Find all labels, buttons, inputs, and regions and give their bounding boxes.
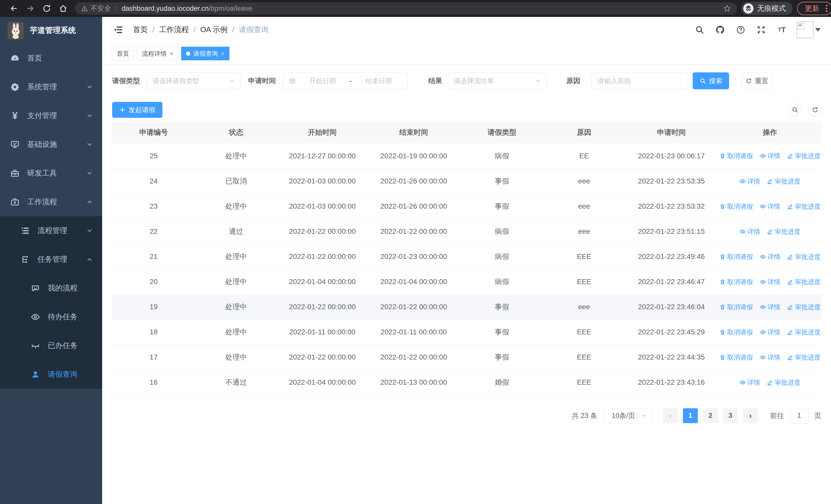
cell-apply-id: 21 — [112, 244, 195, 269]
progress-link[interactable]: 审批进度 — [767, 378, 800, 387]
refresh-table-button[interactable] — [809, 104, 821, 116]
cell-apply-time: 2022-01-22 23:53:32 — [624, 194, 719, 219]
cancel-leave-link[interactable]: 取消请假 — [719, 278, 753, 286]
breadcrumb-item[interactable]: 首页 — [133, 25, 148, 35]
cancel-leave-link[interactable]: 取消请假 — [719, 152, 753, 160]
reason-input[interactable]: 请输入原因 — [592, 72, 688, 89]
active-tab-dot — [186, 52, 190, 56]
next-page-button[interactable]: › — [743, 408, 758, 423]
detail-link[interactable]: 详情 — [760, 328, 780, 336]
avatar[interactable] — [797, 21, 813, 38]
progress-link[interactable]: 审批进度 — [787, 353, 821, 362]
cell-start-time: 2022-01-04 00:00:00 — [277, 370, 368, 395]
page-button-3[interactable]: 3 — [723, 408, 738, 423]
detail-link[interactable]: 详情 — [739, 177, 760, 185]
progress-link[interactable]: 审批进度 — [767, 227, 800, 236]
progress-link[interactable]: 审批进度 — [787, 278, 821, 286]
detail-link[interactable]: 详情 — [760, 152, 780, 160]
detail-link[interactable]: 详情 — [739, 227, 760, 236]
fullscreen-button[interactable] — [755, 24, 767, 35]
reset-button[interactable]: 重置 — [741, 72, 772, 89]
cell-end-time: 2022-01-13 00:00:00 — [368, 370, 460, 395]
page-button-1[interactable]: 1 — [683, 408, 698, 423]
browser-back-button[interactable] — [6, 2, 22, 15]
cancel-leave-link[interactable]: 取消请假 — [719, 253, 753, 261]
progress-link[interactable]: 审批进度 — [787, 303, 821, 311]
browser-update-button[interactable]: 更新 — [797, 2, 831, 15]
cell-leave-type: 事假 — [460, 194, 544, 219]
tab-home[interactable]: 首页 — [112, 47, 134, 60]
sidebar-item-process-management[interactable]: 流程管理 — [0, 216, 102, 245]
close-icon[interactable]: × — [170, 51, 173, 57]
cancel-leave-link[interactable]: 取消请假 — [719, 202, 753, 211]
sidebar-item-leave-query[interactable]: 请假查询 — [0, 360, 102, 389]
breadcrumb-item[interactable]: OA 示例 — [200, 25, 227, 35]
cell-operations: 取消请假详情审批进度 — [719, 194, 821, 219]
leave-type-select[interactable]: 请选择请假类型 — [147, 72, 240, 89]
sidebar-item-label: 我的流程 — [48, 283, 93, 293]
security-warning[interactable]: 不安全 — [81, 4, 111, 13]
sidebar-item-task-management[interactable]: 任务管理 — [0, 245, 102, 274]
progress-link[interactable]: 审批进度 — [787, 202, 821, 211]
trash-icon — [719, 254, 726, 260]
goto-page-input[interactable]: 1 — [789, 408, 809, 423]
tab-process-detail[interactable]: 流程详情 × — [137, 47, 178, 60]
sidebar-item-workflow[interactable]: 工作流程 — [0, 187, 102, 216]
goto-suffix: 页 — [814, 411, 821, 420]
progress-link[interactable]: 审批进度 — [767, 177, 800, 185]
progress-link[interactable]: 审批进度 — [787, 328, 821, 336]
trash-icon — [719, 279, 726, 285]
detail-link[interactable]: 详情 — [760, 202, 780, 211]
sidebar-item-todo-tasks[interactable]: 待办任务 — [0, 302, 102, 331]
detail-link[interactable]: 详情 — [760, 253, 780, 261]
result-label: 结果 — [428, 76, 442, 85]
progress-link[interactable]: 审批进度 — [787, 152, 821, 160]
cancel-leave-link[interactable]: 取消请假 — [719, 303, 753, 311]
help-button[interactable] — [735, 24, 746, 35]
sidebar-collapse-button[interactable] — [112, 24, 124, 35]
pagination-total: 共 23 条 — [572, 411, 597, 420]
browser-home-button[interactable] — [55, 2, 71, 15]
result-select[interactable]: 请选择流结果 — [448, 72, 547, 89]
detail-link[interactable]: 详情 — [739, 378, 760, 387]
user-avatar-wrap[interactable] — [797, 21, 821, 38]
breadcrumb-item[interactable]: 工作流程 — [159, 25, 189, 35]
sidebar-item-home[interactable]: 首页 — [0, 44, 102, 72]
sidebar-item-infrastructure[interactable]: 基础设施 — [0, 130, 102, 159]
detail-link[interactable]: 详情 — [760, 303, 780, 311]
app-logo-row[interactable]: 芋道管理系统 — [0, 17, 102, 44]
close-icon[interactable]: × — [221, 51, 225, 57]
progress-link[interactable]: 审批进度 — [787, 253, 821, 261]
back-arrow-icon — [9, 4, 18, 13]
page-button-2[interactable]: 2 — [703, 408, 718, 423]
cell-start-time: 2022-01-22 00:00:00 — [277, 294, 368, 320]
table-row: 24已取消2022-01-03 00:00:002022-01-26 00:00… — [112, 169, 821, 194]
sidebar-item-devtools[interactable]: 研发工具 — [0, 159, 102, 187]
github-link[interactable] — [715, 24, 726, 35]
browser-forward-button[interactable] — [22, 2, 38, 15]
chevron-down-icon — [86, 112, 93, 119]
header-search-button[interactable] — [694, 24, 705, 35]
url-bar[interactable]: 不安全 dashboard.yudao.iocoder.cn/bpm/oa/le… — [75, 2, 737, 14]
browser-menu-icon[interactable] — [826, 5, 827, 12]
apply-time-range-picker[interactable]: 开始日期 - 结束日期 — [283, 72, 408, 89]
detail-link[interactable]: 详情 — [760, 353, 780, 362]
font-size-button[interactable]: TT — [776, 24, 787, 35]
sidebar-item-done-tasks[interactable]: 已办任务 — [0, 331, 102, 360]
cancel-leave-link[interactable]: 取消请假 — [719, 328, 753, 336]
sidebar-item-my-processes[interactable]: 我的流程 — [0, 274, 102, 302]
bookmark-star-icon[interactable] — [723, 5, 731, 12]
tab-leave-query[interactable]: 请假查询 × — [181, 47, 229, 60]
detail-link[interactable]: 详情 — [760, 278, 780, 286]
sidebar-item-system[interactable]: 系统管理 — [0, 72, 102, 101]
prev-page-button[interactable]: ‹ — [663, 408, 678, 423]
page-size-select[interactable]: 10条/页 — [604, 408, 652, 423]
search-button[interactable]: 搜索 — [693, 72, 729, 89]
sidebar-item-payment[interactable]: ¥ 支付管理 — [0, 101, 102, 130]
cancel-leave-link[interactable]: 取消请假 — [719, 353, 753, 362]
toggle-search-button[interactable] — [789, 104, 801, 116]
browser-reload-button[interactable] — [38, 2, 55, 15]
create-leave-button[interactable]: 发起请假 — [112, 102, 163, 118]
col-start-time: 开始时间 — [277, 121, 368, 144]
reload-icon — [42, 4, 51, 13]
